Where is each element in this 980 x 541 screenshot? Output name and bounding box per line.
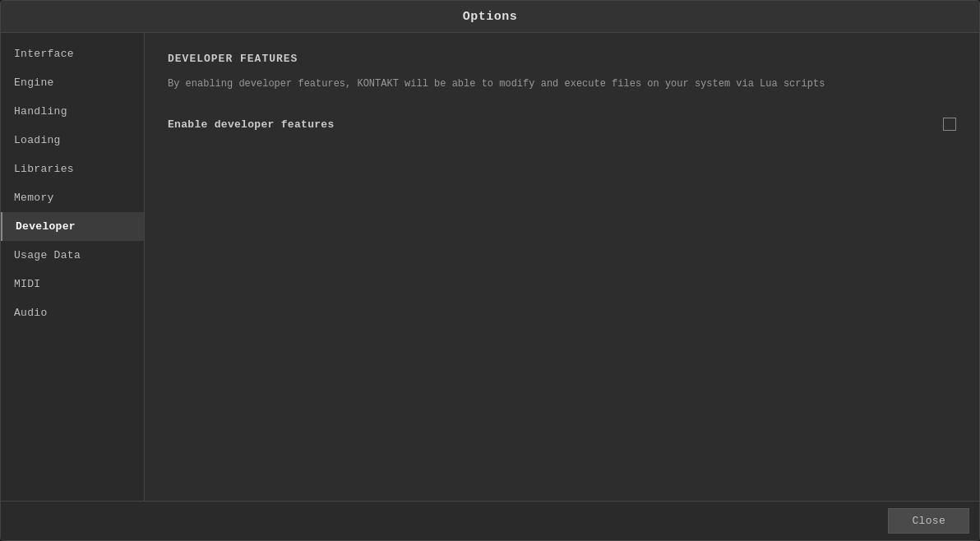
sidebar-item-libraries[interactable]: Libraries: [1, 155, 144, 183]
options-dialog: Options InterfaceEngineHandlingLoadingLi…: [0, 0, 980, 541]
sidebar: InterfaceEngineHandlingLoadingLibrariesM…: [1, 33, 145, 501]
sidebar-item-usage-data[interactable]: Usage Data: [1, 241, 144, 270]
sidebar-item-engine[interactable]: Engine: [1, 68, 144, 97]
dialog-title: Options: [463, 10, 518, 24]
feature-row: Enable developer features: [168, 114, 956, 134]
sidebar-item-memory[interactable]: Memory: [1, 183, 144, 212]
sidebar-item-interface[interactable]: Interface: [1, 39, 144, 68]
section-title: DEVELOPER FEATURES: [168, 53, 956, 65]
close-button[interactable]: Close: [888, 508, 969, 534]
sidebar-item-audio[interactable]: Audio: [1, 298, 144, 327]
title-bar: Options: [1, 1, 979, 33]
main-panel: DEVELOPER FEATURES By enabling developer…: [145, 33, 979, 501]
sidebar-item-handling[interactable]: Handling: [1, 97, 144, 126]
sidebar-item-midi[interactable]: MIDI: [1, 270, 144, 298]
content-area: InterfaceEngineHandlingLoadingLibrariesM…: [1, 33, 979, 501]
sidebar-item-loading[interactable]: Loading: [1, 126, 144, 155]
feature-label: Enable developer features: [168, 118, 335, 131]
sidebar-item-developer[interactable]: Developer: [1, 212, 144, 241]
footer: Close: [1, 501, 979, 540]
section-description: By enabling developer features, KONTAKT …: [168, 76, 956, 91]
developer-features-checkbox[interactable]: [943, 118, 956, 131]
